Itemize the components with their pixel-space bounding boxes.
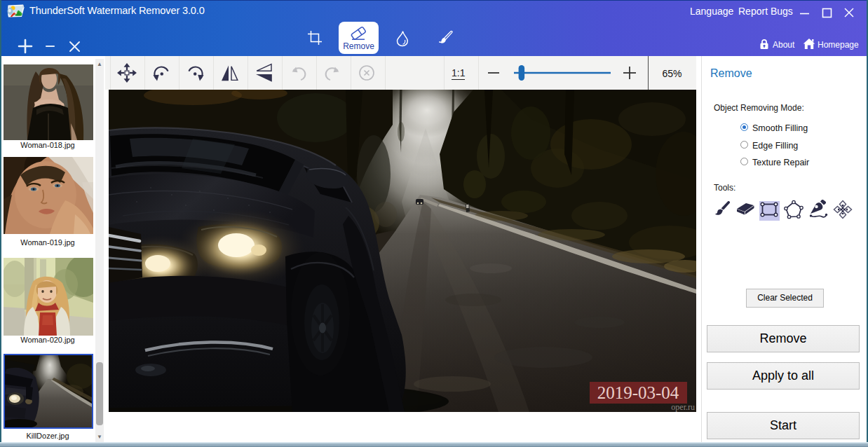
svg-text:oper.ru: oper.ru — [671, 402, 695, 412]
svg-text:2019-03-04: 2019-03-04 — [597, 383, 679, 402]
